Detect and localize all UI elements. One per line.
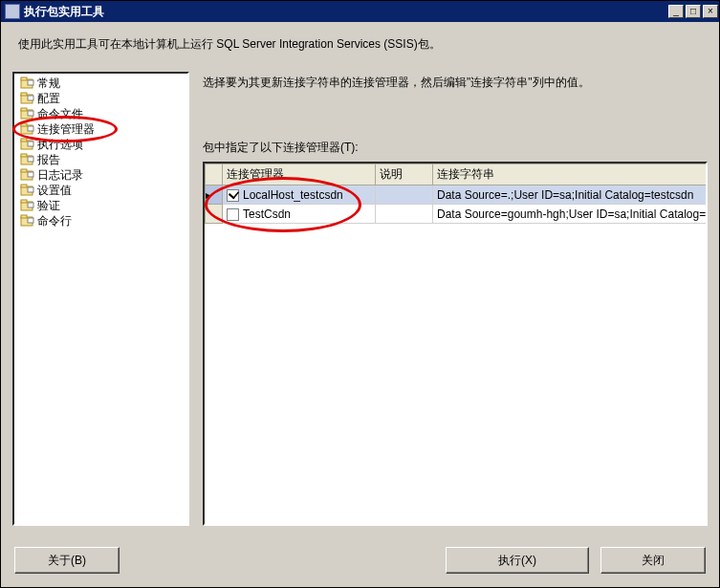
svg-rect-19	[21, 169, 27, 172]
svg-rect-1	[21, 77, 27, 80]
folder-icon	[20, 184, 35, 197]
manager-name: LocalHost_testcsdn	[243, 188, 343, 202]
tree-item-label: 常规	[37, 76, 60, 92]
tree-item-label: 命令文件	[37, 106, 83, 122]
panel-instruction: 选择要为其更新连接字符串的连接管理器，然后编辑"连接字符串"列中的值。	[203, 72, 708, 140]
folder-icon	[20, 122, 35, 136]
col-desc[interactable]: 说明	[376, 164, 433, 185]
nav-tree[interactable]: 常规配置命令文件连接管理器执行选项报告日志记录设置值验证命令行	[12, 72, 189, 526]
svg-rect-14	[28, 142, 33, 146]
col-manager[interactable]: 连接管理器	[223, 164, 376, 185]
folder-icon	[20, 214, 35, 228]
row-checkbox[interactable]	[227, 189, 239, 202]
tree-item[interactable]: 命令文件	[14, 106, 187, 121]
tree-item[interactable]: 验证	[14, 198, 187, 213]
svg-rect-26	[28, 203, 33, 207]
svg-rect-4	[21, 93, 27, 96]
row-header[interactable]	[206, 205, 223, 224]
maximize-button[interactable]: □	[686, 5, 701, 18]
tree-item[interactable]: 日志记录	[14, 167, 187, 183]
tree-item[interactable]: 报告	[14, 152, 187, 167]
folder-icon	[20, 76, 35, 90]
svg-rect-10	[21, 123, 27, 126]
close-window-button[interactable]: ×	[703, 5, 718, 18]
footer-spacer	[131, 547, 434, 574]
main-content: 常规配置命令文件连接管理器执行选项报告日志记录设置值验证命令行 选择要为其更新连…	[1, 72, 719, 535]
execute-button[interactable]: 执行(X)	[446, 547, 589, 574]
tree-item-label: 连接管理器	[37, 121, 95, 138]
cell-connstr[interactable]: Data Source=.;User ID=sa;Initial Catalog…	[433, 185, 709, 205]
minimize-button[interactable]: _	[668, 5, 684, 18]
folder-icon	[20, 199, 35, 212]
svg-rect-7	[21, 108, 27, 111]
svg-rect-5	[28, 96, 33, 100]
table-row[interactable]: TestCsdnData Source=goumh-hgh;User ID=sa…	[206, 205, 709, 224]
tree-item[interactable]: 连接管理器	[14, 121, 187, 137]
tree-item[interactable]: 执行选项	[14, 137, 187, 152]
connection-grid[interactable]: 连接管理器 说明 连接字符串 ▸LocalHost_testcsdnData S…	[203, 162, 708, 526]
folder-icon	[20, 92, 35, 105]
svg-rect-29	[28, 218, 33, 223]
main-window: 执行包实用工具 _ □ × 使用此实用工具可在本地计算机上运行 SQL Serv…	[0, 0, 720, 588]
folder-icon	[20, 138, 35, 151]
window-controls: _ □ ×	[667, 3, 719, 20]
svg-rect-13	[21, 139, 27, 142]
table-row[interactable]: ▸LocalHost_testcsdnData Source=.;User ID…	[206, 185, 709, 205]
cell-manager[interactable]: TestCsdn	[223, 205, 376, 224]
app-icon	[5, 4, 20, 19]
svg-rect-16	[21, 154, 27, 157]
cell-manager[interactable]: LocalHost_testcsdn	[223, 185, 376, 205]
tree-item[interactable]: 命令行	[14, 213, 187, 229]
tree-item-label: 命令行	[37, 213, 72, 229]
grid-header-corner	[206, 164, 223, 185]
tree-item-label: 执行选项	[37, 137, 83, 153]
tree-item-label: 日志记录	[37, 167, 83, 184]
row-header[interactable]: ▸	[206, 185, 223, 205]
manager-name: TestCsdn	[243, 207, 291, 221]
tree-item[interactable]: 设置值	[14, 183, 187, 198]
tree-item[interactable]: 常规	[14, 76, 187, 91]
grid-table: 连接管理器 说明 连接字符串 ▸LocalHost_testcsdnData S…	[205, 163, 708, 224]
cell-desc[interactable]	[376, 185, 433, 205]
svg-rect-2	[28, 80, 33, 85]
svg-rect-22	[21, 185, 27, 187]
tree-item-label: 报告	[37, 152, 60, 168]
footer: 关于(B) 执行(X) 关闭	[1, 535, 719, 587]
svg-rect-8	[28, 111, 33, 116]
svg-rect-28	[21, 215, 27, 218]
folder-icon	[20, 153, 35, 166]
right-panel: 选择要为其更新连接字符串的连接管理器，然后编辑"连接字符串"列中的值。 包中指定…	[189, 72, 708, 526]
folder-icon	[20, 168, 35, 182]
col-connstr[interactable]: 连接字符串	[433, 164, 709, 185]
about-button[interactable]: 关于(B)	[14, 547, 120, 574]
title-bar: 执行包实用工具 _ □ ×	[1, 1, 719, 22]
tree-item-label: 验证	[37, 198, 60, 214]
folder-icon	[20, 107, 35, 120]
svg-rect-25	[21, 200, 27, 203]
svg-rect-20	[28, 172, 33, 177]
svg-rect-11	[28, 126, 33, 131]
list-label: 包中指定了以下连接管理器(T):	[203, 140, 708, 156]
row-checkbox[interactable]	[227, 208, 239, 221]
cell-desc[interactable]	[376, 205, 433, 224]
tree-item-label: 配置	[37, 91, 60, 107]
cell-connstr[interactable]: Data Source=goumh-hgh;User ID=sa;Initial…	[433, 205, 709, 224]
svg-rect-23	[28, 187, 33, 192]
tree-item-label: 设置值	[37, 183, 72, 199]
close-button[interactable]: 关闭	[600, 547, 706, 574]
grid-header-row: 连接管理器 说明 连接字符串	[206, 164, 709, 185]
window-title: 执行包实用工具	[24, 4, 667, 20]
tree-item[interactable]: 配置	[14, 91, 187, 106]
svg-rect-17	[28, 157, 33, 162]
description-text: 使用此实用工具可在本地计算机上运行 SQL Server Integration…	[1, 22, 719, 72]
